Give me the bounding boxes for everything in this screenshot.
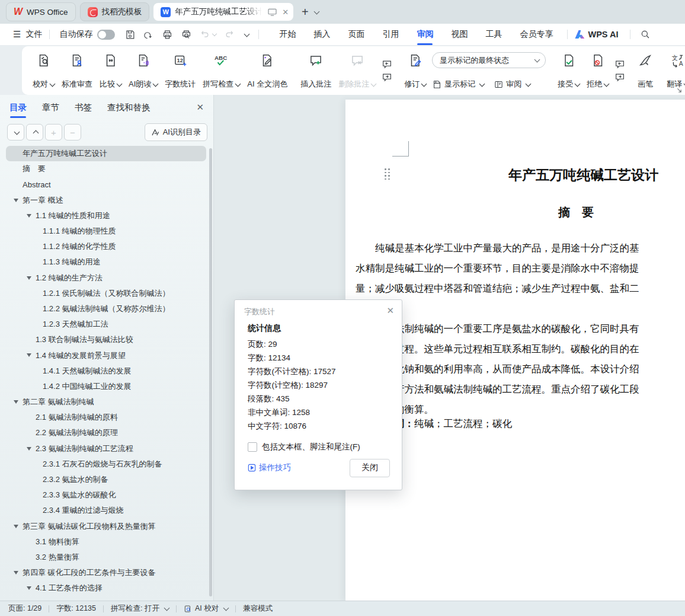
menu-tab[interactable]: 页面 (348, 29, 364, 40)
ai-read-aloud-button[interactable]: AI朗读 (125, 49, 161, 93)
page-indicator[interactable]: 页面: 1/29 (8, 604, 41, 614)
toc-item[interactable]: 1.4 纯碱的发展前景与展望 (6, 347, 206, 363)
tab-document-active[interactable]: W 年产五万吨纯碱工艺设计 计算 ✕ (153, 3, 293, 21)
toc-item[interactable]: 1.4.1 天然碱制碱法的发展 (6, 363, 206, 379)
toc-item[interactable]: 1.2.2 氨碱法制纯碱（又称苏尔维法） (6, 301, 206, 317)
markup-state-dropdown[interactable]: 显示标记的最终状态 (432, 52, 546, 68)
hamburger-menu-icon[interactable]: ☰ (13, 29, 21, 40)
sidebar-tab[interactable]: 查找和替换 (107, 102, 151, 113)
expand-triangle-icon[interactable] (14, 400, 18, 404)
new-tab-icon[interactable]: + (302, 5, 309, 19)
reject-change-button[interactable]: 拒绝 (583, 49, 612, 93)
sidebar-tab[interactable]: 章节 (42, 102, 59, 113)
file-menu[interactable]: 文件 (25, 29, 42, 40)
spell-check-status[interactable]: 拼写检查: 打开 (111, 604, 169, 614)
expand-triangle-icon[interactable] (27, 586, 31, 590)
toc-item[interactable]: 1.2.1 侯氏制碱法（又称联合制碱法） (6, 286, 206, 301)
ribbon-expand-icon[interactable] (677, 88, 682, 93)
next-comment-icon[interactable] (381, 73, 393, 82)
print-preview-icon[interactable] (181, 29, 192, 40)
translate-button[interactable]: 文A 翻译 (663, 49, 685, 93)
accept-change-button[interactable]: 接受 (554, 49, 583, 93)
menu-tab[interactable]: 工具 (485, 29, 502, 40)
word-count-indicator[interactable]: 字数: 12135 (56, 604, 96, 614)
toc-item[interactable]: Abstract (6, 177, 206, 192)
compare-button[interactable]: 比较 (96, 49, 125, 93)
word-count-button[interactable]: 12 字数统计 (161, 49, 199, 93)
menu-tab[interactable]: 引用 (382, 29, 399, 40)
toc-item[interactable]: 第四章 碳化工段的工艺条件与主要设备 (6, 565, 206, 580)
toc-item[interactable]: 1.2 纯碱的生产方法 (6, 270, 206, 286)
tips-link[interactable]: 操作技巧 (248, 462, 291, 473)
autosave-control[interactable]: 自动保存 (59, 29, 115, 40)
menu-tab[interactable]: 会员专享 (520, 29, 553, 40)
expand-triangle-icon[interactable] (14, 525, 18, 528)
menu-tab[interactable]: 视图 (451, 29, 468, 40)
previous-change-icon[interactable] (614, 60, 626, 69)
next-change-icon[interactable] (614, 73, 626, 82)
checkbox-icon[interactable] (248, 442, 257, 452)
toc-item[interactable]: 第三章 氨碱法碳化工段物料及热量衡算 (6, 519, 206, 534)
print-icon[interactable] (162, 29, 173, 40)
ai-proofread-status[interactable]: AI 校对 (184, 604, 228, 614)
sidebar-scrollbar[interactable] (209, 148, 212, 596)
toc-item[interactable]: 2.1 氨碱法制纯碱的原料 (6, 410, 206, 425)
spell-check-button[interactable]: ABC 拼写检查 (199, 49, 244, 93)
toc-item[interactable]: 1.1 纯碱的性质和用途 (6, 208, 206, 224)
toc-item[interactable]: 年产五万吨纯碱工艺设计 (6, 146, 206, 161)
ai-polish-button[interactable]: AI 全文润色 (244, 49, 291, 93)
ai-recognize-toc-button[interactable]: AI识别目录 (145, 123, 207, 141)
expand-triangle-icon[interactable] (27, 353, 31, 357)
show-markup-button[interactable]: 显示标记 (432, 79, 484, 90)
toc-item[interactable]: 1.4.2 中国纯碱工业的发展 (6, 379, 206, 394)
expand-triangle-icon[interactable] (27, 214, 31, 218)
insert-comment-button[interactable]: 插入批注 (297, 49, 335, 93)
export-icon[interactable] (143, 29, 154, 40)
save-icon[interactable] (124, 29, 136, 40)
toc-item[interactable]: 1.3 联合制碱法与氨碱法比较 (6, 332, 206, 347)
sidebar-tab[interactable]: 目录 (9, 102, 27, 113)
tab-list-chevron-icon[interactable] (312, 7, 319, 17)
expand-triangle-icon[interactable] (27, 447, 31, 451)
expand-all-button[interactable] (26, 124, 43, 141)
more-commands-chevron-icon[interactable] (242, 30, 249, 39)
autosave-toggle[interactable] (97, 30, 115, 40)
toc-item[interactable]: 3.2 热量衡算 (6, 550, 206, 565)
include-textbox-checkbox-row[interactable]: 包括文本框、脚注和尾注(F) (248, 442, 360, 452)
tab-docer-templates[interactable]: 找稻壳模板 (80, 2, 150, 21)
toc-item[interactable]: 摘 要 (6, 161, 206, 177)
toc-item[interactable]: 2.3.4 重碱的过滤与煅烧 (6, 503, 206, 518)
expand-triangle-icon[interactable] (14, 571, 18, 574)
close-dialog-button[interactable]: 关闭 (350, 459, 390, 477)
collapse-all-button[interactable] (7, 124, 24, 141)
sidebar-tab[interactable]: 书签 (75, 102, 92, 113)
toc-item[interactable]: 3.1 物料衡算 (6, 534, 206, 550)
toc-item[interactable]: 1.1.1 纯碱的物理性质 (6, 224, 206, 239)
toc-item[interactable]: 2.2 氨碱法制纯碱的原理 (6, 425, 206, 441)
toc-item[interactable]: 4.1 工艺条件的选择 (6, 580, 206, 596)
toc-item[interactable]: 1.1.2 纯碱的化学性质 (6, 239, 206, 254)
sidebar-close-icon[interactable]: ✕ (196, 102, 204, 113)
menu-tab[interactable]: 开始 (279, 29, 296, 40)
standard-review-button[interactable]: 标准审查 (58, 49, 96, 93)
menu-tab[interactable]: 审阅 (417, 29, 433, 40)
toc-item[interactable]: 2.3.3 氨盐水的碳酸化 (6, 487, 206, 503)
cast-screen-icon[interactable] (268, 8, 277, 16)
toc-item[interactable]: 1.1.3 纯碱的用途 (6, 254, 206, 270)
close-tab-icon[interactable]: ✕ (282, 8, 289, 17)
expand-triangle-icon[interactable] (14, 199, 18, 202)
toc-item[interactable]: 4.1.1 碳化度 (6, 596, 206, 600)
toc-item[interactable]: 2.3 氨碱法制纯碱的工艺流程 (6, 441, 206, 457)
paragraph-drag-handle-icon[interactable] (385, 168, 390, 180)
previous-comment-icon[interactable] (381, 60, 393, 69)
wps-ai-button[interactable]: WPS AI (575, 30, 618, 39)
ink-brush-button[interactable]: 画笔 (633, 49, 657, 93)
toc-item[interactable]: 1.2.3 天然碱加工法 (6, 317, 206, 332)
dialog-close-icon[interactable]: ✕ (386, 305, 394, 316)
toc-item[interactable]: 2.3.1 石灰石的煅烧与石灰乳的制备 (6, 457, 206, 472)
proofread-button[interactable]: 校对 (29, 49, 58, 93)
menu-tab[interactable]: 插入 (313, 29, 330, 40)
review-pane-button[interactable]: 审阅 (494, 79, 530, 90)
expand-triangle-icon[interactable] (27, 276, 31, 280)
search-icon[interactable] (640, 29, 651, 40)
